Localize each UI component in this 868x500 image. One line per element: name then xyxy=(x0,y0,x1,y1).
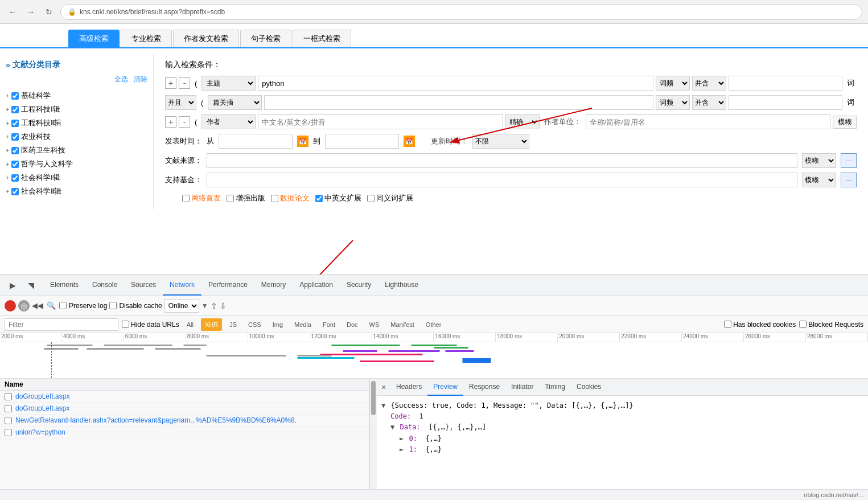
download-button[interactable]: ⇩ xyxy=(220,301,227,310)
author-input[interactable] xyxy=(258,114,503,129)
checkbox-agriculture[interactable] xyxy=(11,133,19,141)
detail-tab-cookies[interactable]: Cookies xyxy=(571,379,607,396)
checkbox-synonym-label[interactable]: 同义词扩展 xyxy=(367,193,413,203)
disable-cache-checkbox[interactable] xyxy=(109,302,117,309)
upload-button[interactable]: ⇧ xyxy=(211,301,217,310)
has-blocked-cookies-label[interactable]: Has blocked cookies xyxy=(724,321,796,329)
source-fuzzy-select[interactable]: 模糊 xyxy=(802,153,836,168)
row-connector-2[interactable]: 并且 或者 xyxy=(165,95,196,110)
filter-js-button[interactable]: JS xyxy=(225,318,241,331)
blocked-requests-checkbox[interactable] xyxy=(799,321,807,328)
source-input[interactable] xyxy=(207,153,797,168)
checkbox-data-paper-label[interactable]: 数据论文 xyxy=(271,193,310,203)
blocked-requests-label[interactable]: Blocked Requests xyxy=(799,321,863,329)
calendar-to-icon[interactable]: 📅 xyxy=(404,136,415,147)
filter-doc-button[interactable]: Doc xyxy=(343,318,362,331)
tab-onebox-search[interactable]: 一框式检索 xyxy=(293,30,351,47)
hide-data-urls-label[interactable]: Hide data URLs xyxy=(122,321,179,329)
expand-icon-3[interactable]: + xyxy=(6,133,9,140)
filter-input[interactable] xyxy=(5,318,118,331)
checkbox-medicine[interactable] xyxy=(11,147,19,154)
checkbox-bilingual[interactable] xyxy=(315,195,323,202)
has-blocked-cookies-checkbox[interactable] xyxy=(724,321,731,328)
filter-img-button[interactable]: Img xyxy=(269,318,287,331)
checkbox-wangluo[interactable] xyxy=(182,195,190,202)
logic-select-2[interactable]: 并含 xyxy=(692,95,726,110)
request-checkbox-1[interactable] xyxy=(5,405,12,412)
checkbox-bilingual-label[interactable]: 中英文扩展 xyxy=(315,193,361,203)
checkbox-social2[interactable] xyxy=(11,188,19,195)
request-checkbox-2[interactable] xyxy=(5,417,12,424)
request-item-0[interactable]: doGroupLeft.aspx xyxy=(0,391,369,403)
checkbox-enhanced[interactable] xyxy=(227,195,234,202)
update-select[interactable]: 不限 xyxy=(472,134,529,149)
checkbox-synonym[interactable] xyxy=(367,195,375,202)
calendar-from-icon[interactable]: 📅 xyxy=(297,136,308,147)
checkbox-data-paper[interactable] xyxy=(271,195,278,202)
expand-icon-7[interactable]: + xyxy=(6,188,9,195)
expand-icon-2[interactable]: + xyxy=(6,120,9,126)
tab-advanced-search[interactable]: 高级检索 xyxy=(68,30,120,47)
filter-css-button[interactable]: CSS xyxy=(244,318,265,331)
filter-ws-button[interactable]: WS xyxy=(365,318,384,331)
tab-author-search[interactable]: 作者发文检索 xyxy=(173,30,239,47)
remove-row-button-1[interactable]: - xyxy=(179,77,190,89)
request-checkbox-0[interactable] xyxy=(5,393,12,400)
expand-item0[interactable]: ► xyxy=(400,435,404,442)
search-input-2[interactable] xyxy=(264,95,653,110)
filter-button[interactable]: ◀◀ xyxy=(32,300,43,312)
expand-icon-0[interactable]: + xyxy=(6,92,9,99)
scroll-thumb[interactable] xyxy=(371,381,376,415)
expand-icon-4[interactable]: + xyxy=(6,147,9,154)
search-input-1[interactable] xyxy=(258,76,653,91)
tab-sentence-search[interactable]: 句子检索 xyxy=(240,30,291,47)
tab-network[interactable]: Network xyxy=(163,275,201,296)
checkbox-wangluo-label[interactable]: 网络首发 xyxy=(182,193,221,203)
logic-select-1[interactable]: 并含 或含 xyxy=(692,76,726,91)
remove-row-button-3[interactable]: - xyxy=(179,116,190,128)
filter-xhr-button[interactable]: XHR xyxy=(201,318,222,331)
cursor-icon-btn[interactable]: ▶ xyxy=(5,277,20,293)
add-row-button-3[interactable]: + xyxy=(165,116,176,128)
filter-media-button[interactable]: Media xyxy=(290,318,315,331)
precision-select[interactable]: 精确 模糊 xyxy=(505,114,540,129)
fund-dots-button[interactable]: ⋯ xyxy=(841,173,857,187)
keyword-input-2[interactable] xyxy=(729,95,842,110)
request-checkbox-3[interactable] xyxy=(5,429,12,436)
expand-data[interactable]: ▼ xyxy=(390,423,394,431)
checkbox-engineering2[interactable] xyxy=(11,120,19,127)
detail-tab-headers[interactable]: Headers xyxy=(390,379,427,396)
tab-sources[interactable]: Sources xyxy=(124,275,163,296)
record-button[interactable] xyxy=(5,300,16,312)
fuzzy-org-button[interactable]: 模糊 xyxy=(833,116,857,129)
hide-data-urls-checkbox[interactable] xyxy=(122,321,129,328)
keyword-input-1[interactable] xyxy=(729,76,842,91)
tab-memory[interactable]: Memory xyxy=(254,275,293,296)
filter-manifest-button[interactable]: Manifest xyxy=(386,318,418,331)
expand-icon-5[interactable]: + xyxy=(6,161,9,167)
tab-lighthouse[interactable]: Lighthouse xyxy=(378,275,425,296)
filter-other-button[interactable]: Other xyxy=(422,318,446,331)
reload-button[interactable]: ↻ xyxy=(42,5,56,19)
preserve-log-checkbox[interactable] xyxy=(59,302,67,309)
clear-link[interactable]: 清除 xyxy=(134,75,147,83)
expand-icon-6[interactable]: + xyxy=(6,174,9,181)
checkbox-social1[interactable] xyxy=(11,174,19,182)
date-to-input[interactable] xyxy=(325,134,399,149)
fund-fuzzy-select[interactable]: 模糊 xyxy=(802,173,836,187)
detail-tab-response[interactable]: Response xyxy=(463,379,505,396)
field-select-2[interactable]: 篇关摘 主题 xyxy=(208,95,262,110)
fund-input[interactable] xyxy=(207,173,797,187)
select-all-link[interactable]: 全选 xyxy=(114,75,128,83)
search-network-button[interactable]: 🔍 xyxy=(46,300,57,312)
address-bar[interactable]: 🔒 kns.cnki.net/kns/brief/result.aspx?dbp… xyxy=(60,4,862,20)
tab-application[interactable]: Application xyxy=(293,275,340,296)
expand-item1[interactable]: ► xyxy=(400,445,404,453)
tab-console[interactable]: Console xyxy=(85,275,124,296)
request-item-1[interactable]: doGroupLeft.aspx xyxy=(0,403,369,415)
source-dots-button[interactable]: ⋯ xyxy=(841,153,857,168)
disable-cache-label[interactable]: Disable cache xyxy=(109,302,162,310)
tab-security[interactable]: Security xyxy=(340,275,378,296)
preserve-log-label[interactable]: Preserve log xyxy=(59,302,107,310)
back-button[interactable]: ← xyxy=(6,5,19,19)
